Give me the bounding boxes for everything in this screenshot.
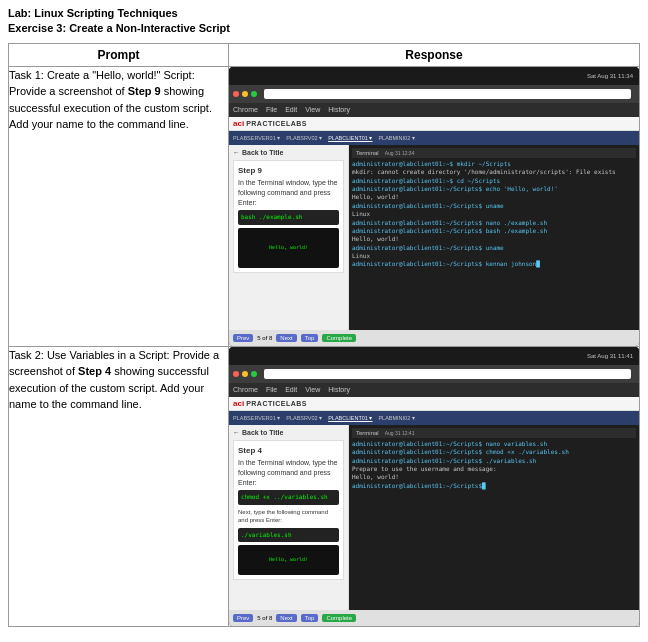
task2-terminal-area: Terminal Aug 31 12:41 administrator@labc…: [349, 425, 639, 610]
task2-url-bar[interactable]: [264, 369, 631, 379]
task1-menu-edit: Edit: [285, 106, 297, 113]
response-header: Response: [229, 43, 640, 66]
task2-menu-history: History: [328, 386, 350, 393]
task1-nav-count: 5 of 8: [257, 335, 272, 341]
task2-dot-yellow: [242, 371, 248, 377]
task2-nav-count: 5 of 8: [257, 615, 272, 621]
task1-plabs-nav: PLABSERVER01 ▾ PLABSRV02 ▾ PLABCLIENT01 …: [229, 131, 639, 145]
task1-nav-mini02[interactable]: PLABMINI02 ▾: [378, 135, 414, 141]
task2-screenshot: Sat Aug 31 11:41 Chrome File: [229, 347, 639, 626]
task1-nav-client01[interactable]: PLABCLIENT01 ▾: [328, 135, 372, 141]
task2-term-line4: Prepare to use the username and message:: [352, 465, 636, 473]
task1-aci-logo: aci PRACTICELABS: [229, 117, 639, 131]
task2-sidebar: ← Back to Title Step 4 In the Terminal w…: [229, 425, 349, 610]
task2-step-desc2: Next, type the following command and pre…: [238, 508, 339, 525]
task2-browser-bar: [229, 365, 639, 383]
task2-aci-logo: aci PRACTICELABS: [229, 397, 639, 411]
task2-nav-server01[interactable]: PLABSERVER01 ▾: [233, 415, 280, 421]
task1-browser-menu: Chrome File Edit View History: [229, 103, 639, 117]
task2-step-box: Step 4 In the Terminal window, type the …: [233, 440, 344, 580]
task2-back-link[interactable]: ← Back to Title: [233, 429, 344, 436]
task1-dot-green: [251, 91, 257, 97]
task1-url-bar[interactable]: [264, 89, 631, 99]
task2-terminal-time: Aug 31 12:41: [385, 430, 415, 436]
task2-practicelabs-text: PRACTICELABS: [246, 400, 307, 407]
task1-response: Sat Aug 31 11:34 Chrome File: [229, 66, 640, 346]
task2-aci-text: aci: [233, 399, 244, 408]
task2-dot-red: [233, 371, 239, 377]
task1-bold: Step 9: [128, 85, 161, 97]
task1-terminal-label: Terminal: [356, 150, 379, 156]
task2-inner-screenshot: Hello, world!: [238, 545, 339, 575]
task1-term-line13: administrator@labclient01:~/Scripts$ ken…: [352, 260, 636, 268]
page-container: Lab: Linux Scripting Techniques Exercise…: [0, 0, 648, 633]
task1-step-desc: In the Terminal window, type the followi…: [238, 178, 339, 207]
task2-next-button[interactable]: Next: [276, 614, 296, 622]
task2-terminal-label: Terminal: [356, 430, 379, 436]
task1-menu-view: View: [305, 106, 320, 113]
task2-term-line2: administrator@labclient01:~/Scripts$ chm…: [352, 448, 636, 456]
task2-term-line6: administrator@labclient01:~/Scripts$█: [352, 482, 636, 490]
task2-code1: chmod +x ../variables.sh: [238, 490, 339, 504]
task1-term-line7: Linux: [352, 210, 636, 218]
task2-mac-time: Sat Aug 31 11:41: [587, 353, 633, 359]
task2-response: Sat Aug 31 11:41 Chrome File: [229, 346, 640, 626]
task1-top-button[interactable]: Top: [301, 334, 319, 342]
task2-prompt: Task 2: Use Variables in a Script: Provi…: [9, 346, 229, 626]
task1-dot-yellow: [242, 91, 248, 97]
task1-term-line10: Hello, world!: [352, 235, 636, 243]
task1-prompt: Task 1: Create a "Hello, world!" Script:…: [9, 66, 229, 346]
task2-term-line3: administrator@labclient01:~/Scripts$ ./v…: [352, 457, 636, 465]
task1-complete-button[interactable]: Complete: [322, 334, 356, 342]
task2-nav-mini02[interactable]: PLABMINI02 ▾: [378, 415, 414, 421]
task2-bold: Step 4: [78, 365, 111, 377]
task2-menu-edit: Edit: [285, 386, 297, 393]
task2-menu-chrome: Chrome: [233, 386, 258, 393]
task2-terminal-header: Terminal Aug 31 12:41: [352, 428, 636, 438]
task1-term-line5: Hello, world!: [352, 193, 636, 201]
task2-menu-file: File: [266, 386, 277, 393]
task1-mac-time: Sat Aug 31 11:34: [587, 73, 633, 79]
task1-next-button[interactable]: Next: [276, 334, 296, 342]
task2-terminal-text[interactable]: administrator@labclient01:~/Scripts$ nan…: [352, 440, 636, 490]
task1-screenshot: Sat Aug 31 11:34 Chrome File: [229, 67, 639, 346]
task1-step-title: Step 9: [238, 165, 339, 176]
task2-prev-button[interactable]: Prev: [233, 614, 253, 622]
task2-top-button[interactable]: Top: [301, 614, 319, 622]
task1-menu-history: History: [328, 106, 350, 113]
task1-term-line6: administrator@labclient01:~/Scripts$ una…: [352, 202, 636, 210]
task1-term-line12: Linux: [352, 252, 636, 260]
task2-complete-button[interactable]: Complete: [322, 614, 356, 622]
task1-term-line2: mkdir: cannot create directory '/home/ad…: [352, 168, 636, 176]
task1-prev-button[interactable]: Prev: [233, 334, 253, 342]
task1-menu-file: File: [266, 106, 277, 113]
task1-term-line4: administrator@labclient01:~/Scripts$ ech…: [352, 185, 636, 193]
task2-browser-menu: Chrome File Edit View History: [229, 383, 639, 397]
task1-aci-text: aci: [233, 119, 244, 128]
task1-terminal-area: Terminal Aug 31 12:34 administrator@labc…: [349, 145, 639, 330]
task1-terminal-time: Aug 31 12:34: [385, 150, 415, 156]
task2-code2: ./variables.sh: [238, 528, 339, 542]
task1-dot-red: [233, 91, 239, 97]
task1-terminal-text[interactable]: administrator@labclient01:~$ mkdir ~/Scr…: [352, 160, 636, 269]
task2-nav-srv02[interactable]: PLABSRV02 ▾: [286, 415, 322, 421]
task2-content-area: ← Back to Title Step 4 In the Terminal w…: [229, 425, 639, 610]
prompt-header: Prompt: [9, 43, 229, 66]
task1-term-line8: administrator@labclient01:~/Scripts$ nan…: [352, 219, 636, 227]
task1-back-link[interactable]: ← Back to Title: [233, 149, 344, 156]
task2-plabs-nav: PLABSERVER01 ▾ PLABSRV02 ▾ PLABCLIENT01 …: [229, 411, 639, 425]
task2-step-title: Step 4: [238, 445, 339, 456]
task2-term-line1: administrator@labclient01:~/Scripts$ nan…: [352, 440, 636, 448]
task1-nav-server01[interactable]: PLABSERVER01 ▾: [233, 135, 280, 141]
task1-nav-srv02[interactable]: PLABSRV02 ▾: [286, 135, 322, 141]
lab-title-line2: Exercise 3: Create a Non-Interactive Scr…: [8, 21, 640, 36]
task1-content-area: ← Back to Title Step 9 In the Terminal w…: [229, 145, 639, 330]
main-table: Prompt Response Task 1: Create a "Hello,…: [8, 43, 640, 627]
task1-browser-bar: [229, 85, 639, 103]
task1-mac-bar: Sat Aug 31 11:34: [229, 67, 639, 85]
task1-bottom-bar: Prev 5 of 8 Next Top Complete: [229, 330, 639, 346]
task1-inner-screenshot: Hello, world!: [238, 228, 339, 268]
task2-nav-client01[interactable]: PLABCLIENT01 ▾: [328, 415, 372, 421]
task2-dot-green: [251, 371, 257, 377]
task2-row: Task 2: Use Variables in a Script: Provi…: [9, 346, 640, 626]
